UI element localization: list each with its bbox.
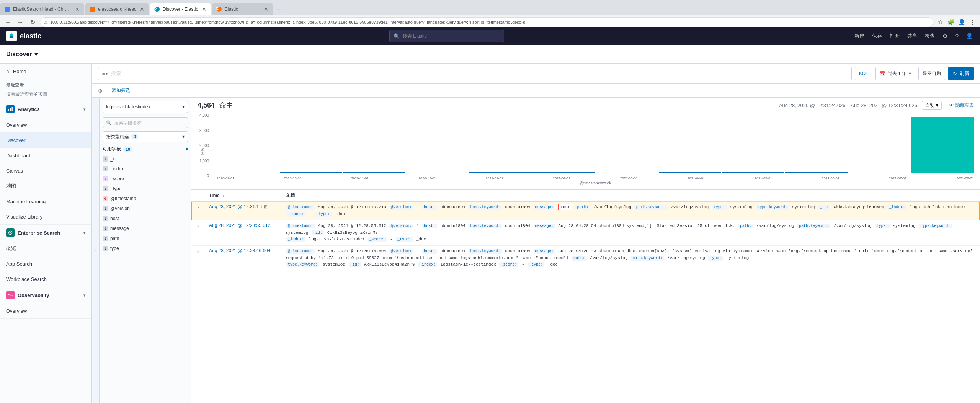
field-name-index: _index [110, 166, 188, 171]
available-label-text: 可用字段 [103, 146, 121, 152]
y-tick-3000: 3,000 [191, 129, 209, 133]
kql-button[interactable]: KQL [855, 67, 872, 80]
open-button[interactable]: 打开 [887, 31, 902, 41]
sidebar-home-item[interactable]: ⌂ Home [0, 64, 91, 79]
sidebar-item-visualize[interactable]: Visualize Library [0, 209, 91, 224]
hide-chart-button[interactable]: 👁 隐藏图表 [949, 102, 974, 109]
x-label-1: 2020-09-01 [217, 176, 234, 180]
field-item-path[interactable]: t path [100, 233, 191, 243]
browser-tab-4[interactable]: E Elastic ✕ [212, 3, 273, 15]
workplace-search-label: Workplace Search [6, 276, 47, 282]
row-3-expand-button[interactable]: › [196, 248, 199, 255]
col-time-header[interactable]: Time ↓ [204, 190, 281, 201]
sub-header: Discover ▾ [0, 45, 980, 64]
chart-bars [217, 116, 974, 175]
field-search-input[interactable]: 🔍 搜索字段名称 [103, 117, 188, 128]
auto-label: 自动 [925, 102, 934, 109]
browser-tab-2[interactable]: elasticsearch-head ✕ [85, 3, 149, 15]
sidebar-item-workplace-search[interactable]: Workplace Search [0, 271, 91, 287]
log-tag-id-1: _id: [818, 205, 830, 210]
row-2-log-text: @timestamp: Aug 28, 2021 @ 12:28:55.612 … [286, 223, 975, 243]
row-1-info-icon[interactable]: ℹ [260, 204, 262, 209]
kibana-logo: elastic [6, 31, 41, 41]
auto-selector[interactable]: 自动 ▾ [922, 101, 942, 110]
log-tag-pathkw-3: path.keyword: [631, 256, 664, 261]
field-item-id[interactable]: t _id [100, 154, 191, 164]
results-count: 4,564 [198, 101, 215, 109]
new-button[interactable]: 新建 [852, 31, 867, 41]
show-dates-button[interactable]: 显示日期 [918, 67, 945, 80]
log-tag-message-2: message: [534, 224, 555, 228]
bar-9 [722, 172, 784, 173]
log-tag-doctype-3: _type: [528, 262, 544, 267]
sidebar-item-dashboard[interactable]: Dashboard [0, 148, 91, 163]
refresh-button[interactable]: ↻ 刷新 [948, 67, 974, 80]
log-tag-timestamp-3: @timestamp: [286, 249, 315, 254]
enterprise-section-icon [6, 228, 15, 237]
field-item-type[interactable]: t _type [100, 184, 191, 194]
analytics-chevron: ▾ [83, 107, 85, 111]
row-2-expand-button[interactable]: › [196, 223, 199, 230]
time-picker[interactable]: 📅 过去 1 年 ▾ [875, 67, 915, 80]
tab-close-4[interactable]: ✕ [264, 6, 268, 12]
row-1-context-icon[interactable]: ⊞ [264, 204, 268, 209]
field-item-index[interactable]: t _index [100, 164, 191, 174]
field-type-filter[interactable]: 按类型筛选 0 ▾ [103, 131, 188, 142]
header-search-input[interactable]: 🔍 搜索 Elastic [389, 30, 504, 42]
field-sidebar-toggle[interactable]: ‹ [92, 98, 100, 403]
svg-rect-2 [8, 109, 9, 111]
share-button[interactable]: 共享 [905, 31, 920, 41]
browser-menu-icon[interactable]: ⋮ [968, 18, 977, 27]
field-item-score[interactable]: # _score [100, 174, 191, 184]
profile-header-icon[interactable]: 👤 [965, 31, 974, 41]
reload-button[interactable]: ↻ [28, 17, 38, 27]
page-title-chevron[interactable]: ▾ [34, 51, 38, 58]
row-1-expand-button[interactable]: › [197, 204, 200, 211]
save-button[interactable]: 保存 [870, 31, 884, 41]
settings-icon[interactable]: ⚙ [940, 31, 949, 41]
help-icon[interactable]: ? [952, 31, 962, 41]
tab-close-2[interactable]: ✕ [140, 6, 144, 12]
chart-x-labels: 2020-09-01 2020-10-01 2020-11-01 2020-12… [217, 175, 974, 180]
enterprise-section-header[interactable]: Enterprise Search ▾ [0, 225, 91, 241]
address-bar[interactable]: ⚠ 10.0.0.31:5601/app/discover#/?_g=(filt… [40, 17, 933, 27]
index-name: logstash-lck-testindex [106, 104, 180, 109]
forward-button[interactable]: → [15, 17, 25, 27]
sidebar-item-discover[interactable]: Discover [0, 132, 91, 148]
tab-close-3[interactable]: ✕ [202, 6, 206, 12]
field-item-message[interactable]: t message [100, 224, 191, 233]
chart-y-axis-label: 计数 [200, 148, 206, 155]
field-item-type2[interactable]: t type [100, 243, 191, 253]
observability-section-header[interactable]: Observability ▾ [0, 287, 91, 303]
browser-tab-3[interactable]: D Discover - Elastic ✕ [150, 3, 211, 15]
field-item-timestamp[interactable]: ⏱ @timestamp [100, 194, 191, 204]
svg-point-1 [10, 36, 14, 38]
index-selector[interactable]: logstash-lck-testindex ▾ [103, 101, 188, 113]
extensions-icon[interactable]: 🧩 [946, 18, 956, 27]
sidebar-item-obs-overview[interactable]: Overview [0, 303, 91, 318]
sidebar-home-section: ⌂ Home [0, 64, 91, 79]
back-button[interactable]: ← [3, 17, 13, 27]
tab-close-1[interactable]: ✕ [75, 6, 80, 12]
log-tag-type-2: type: [875, 224, 890, 228]
sidebar-item-app-search[interactable]: App Search [0, 256, 91, 271]
profile-icon[interactable]: 👤 [957, 18, 966, 27]
y-tick-4000: 4,000 [191, 113, 209, 117]
log-tag-hostkw-3: host.keyword: [469, 249, 502, 254]
sidebar-item-canvas[interactable]: Canvas [0, 163, 91, 178]
browser-tab-1[interactable]: ElasticSearch Head - Chrome ✕ [0, 3, 84, 15]
bar-12-highlight [911, 117, 974, 173]
sidebar-item-es-overview[interactable]: 概览 [0, 241, 91, 256]
field-item-host[interactable]: t host [100, 214, 191, 224]
sidebar-item-ml[interactable]: Machine Learning [0, 194, 91, 209]
new-tab-button[interactable]: + [274, 5, 284, 15]
add-filter-button[interactable]: + 添加筛选 [106, 86, 132, 95]
sidebar-item-overview[interactable]: Overview [0, 117, 91, 132]
field-item-version[interactable]: t @version [100, 204, 191, 214]
analytics-section-header[interactable]: Analytics ▾ [0, 101, 91, 117]
sidebar-item-maps[interactable]: 地图 [0, 178, 91, 194]
search-input-area[interactable]: ≡ ▾ 搜索 [98, 67, 852, 80]
bookmark-icon[interactable]: ☆ [936, 18, 945, 27]
inspect-button[interactable]: 检查 [923, 31, 937, 41]
log-tag-host-2: host: [422, 224, 437, 228]
